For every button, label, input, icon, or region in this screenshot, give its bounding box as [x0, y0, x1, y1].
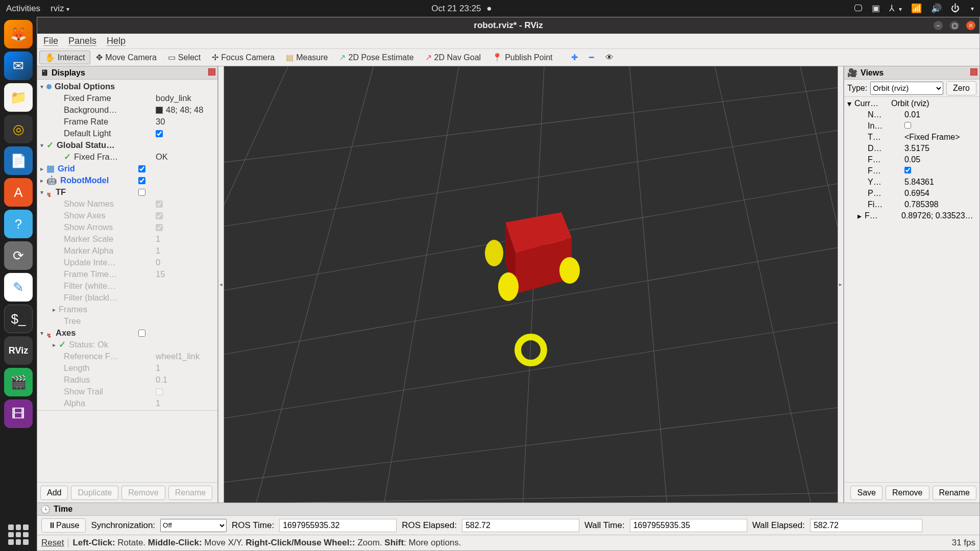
views-save-button[interactable]: Save	[850, 486, 882, 500]
tool-move-camera[interactable]: ✥Move Camera	[90, 51, 162, 64]
ros-elapsed-field[interactable]	[462, 519, 579, 532]
axes-icon	[46, 330, 53, 336]
svg-point-19	[498, 272, 519, 301]
tool-add-icon[interactable]: ✚	[566, 51, 583, 64]
pause-button[interactable]: ⏸Pause	[41, 518, 86, 533]
add-button[interactable]: Add	[40, 486, 68, 500]
launcher-gedit-icon[interactable]: ✎	[4, 273, 33, 302]
launcher-apps-grid-icon[interactable]	[8, 524, 29, 545]
indicator-camera-icon[interactable]: ▣	[872, 3, 880, 14]
splitter-left[interactable]: ◂	[218, 66, 224, 503]
sync-label: Synchronization:	[91, 520, 155, 531]
launcher-rviz-icon[interactable]: RViz	[4, 336, 33, 365]
clock-label[interactable]: Oct 21 23:25	[431, 4, 481, 13]
launcher-firefox-icon[interactable]: 🦊	[4, 20, 33, 48]
wall-elapsed-field[interactable]	[810, 519, 922, 532]
wall-time-label: Wall Time:	[584, 520, 625, 531]
monitor-icon: 🖥	[40, 68, 48, 78]
window-title: robot.rviz* - RViz	[474, 20, 543, 31]
origin-marker-icon	[514, 334, 547, 366]
indicator-volume-icon[interactable]: 🔊	[931, 3, 942, 14]
sync-select[interactable]: Off	[160, 519, 227, 532]
window-titlebar: robot.rviz* - RViz – ▢ ✕	[37, 17, 979, 34]
displays-tree[interactable]: ▾Global Options Fixed Framebody_link Bac…	[37, 80, 217, 411]
menu-file[interactable]: File	[43, 36, 58, 46]
svg-point-14	[485, 240, 503, 266]
time-panel-title[interactable]: 🕓 Time	[37, 503, 979, 516]
launcher-terminal-icon[interactable]: $_	[4, 305, 33, 333]
views-panel: 🎥 Views Type: Orbit (rviz) Zero ▾Curr…Or…	[844, 66, 979, 503]
ros-elapsed-label: ROS Elapsed:	[402, 520, 457, 531]
ros-time-field[interactable]	[279, 519, 397, 532]
svg-line-5	[224, 408, 838, 482]
time-panel: ⏸Pause Synchronization: Off ROS Time: RO…	[37, 516, 979, 535]
wall-time-field[interactable]	[630, 519, 747, 532]
tf-checkbox[interactable]	[138, 189, 145, 196]
displays-panel-title[interactable]: 🖥 Displays	[37, 66, 217, 80]
show-arrows-checkbox	[156, 224, 163, 231]
views-panel-title[interactable]: 🎥 Views	[844, 66, 979, 80]
launcher-libreoffice-icon[interactable]: 📄	[4, 146, 33, 175]
splitter-right[interactable]: ▸	[838, 66, 844, 503]
window-minimize-button[interactable]: –	[934, 21, 943, 30]
grid-checkbox[interactable]	[138, 165, 145, 172]
launcher-media2-icon[interactable]: 🎞	[4, 399, 33, 428]
tool-view-icon[interactable]: 👁	[600, 51, 619, 64]
app-menu[interactable]: rviz▾	[51, 4, 69, 14]
indicator-screen-icon[interactable]: 🖵	[854, 4, 863, 14]
grid-icon: ▦	[46, 164, 55, 173]
launcher-rhythmbox-icon[interactable]: ◎	[4, 115, 33, 143]
views-rename-button[interactable]: Rename	[933, 486, 976, 500]
tool-remove-icon[interactable]: ━	[583, 51, 600, 64]
check-ok-icon: ✓	[46, 140, 54, 150]
tool-select[interactable]: ▭Select	[162, 51, 206, 64]
views-remove-button[interactable]: Remove	[886, 486, 929, 500]
activities-button[interactable]: Activities	[6, 4, 40, 14]
arrow-pink-icon: ↗	[425, 53, 432, 62]
svg-line-0	[224, 88, 838, 162]
launcher-thunderbird-icon[interactable]: ✉	[4, 52, 33, 80]
show-trail-checkbox	[156, 388, 163, 395]
tool-focus-camera[interactable]: ✢Focus Camera	[206, 51, 280, 64]
tool-2d-pose-estimate[interactable]: ↗2D Pose Estimate	[333, 51, 419, 64]
tool-publish-point[interactable]: 📍Publish Point	[486, 51, 558, 64]
view-type-select[interactable]: Orbit (rviz)	[870, 82, 943, 95]
duplicate-button: Duplicate	[71, 486, 118, 500]
launcher-files-icon[interactable]: 📁	[4, 83, 33, 112]
tool-measure[interactable]: ▤Measure	[280, 51, 333, 64]
indicator-wifi-icon[interactable]: 📶	[911, 3, 922, 14]
tool-2d-nav-goal[interactable]: ↗2D Nav Goal	[420, 51, 487, 64]
chevron-down-icon[interactable]: ▾	[971, 5, 974, 12]
camera-icon: 🎥	[847, 68, 857, 78]
menu-panels[interactable]: Panels	[68, 36, 96, 46]
svg-line-13	[800, 66, 838, 227]
window-maximize-button[interactable]: ▢	[950, 21, 959, 30]
3d-viewport[interactable]	[224, 66, 838, 503]
window-close-button[interactable]: ✕	[966, 21, 975, 30]
show-axes-checkbox	[156, 212, 163, 219]
launcher-software-icon[interactable]: A	[4, 178, 33, 207]
indicator-power-icon[interactable]: ⏻	[951, 4, 960, 14]
reset-button[interactable]: Reset	[41, 538, 64, 548]
fps-label: 31 fps	[952, 538, 975, 548]
axes-checkbox[interactable]	[138, 330, 145, 337]
show-names-checkbox	[156, 201, 163, 208]
zero-button[interactable]: Zero	[946, 81, 976, 95]
launcher-updates-icon[interactable]: ⟳	[4, 241, 33, 270]
views-tree[interactable]: ▾Curr…Orbit (rviz) N…0.01 In… T…<Fixed F…	[844, 97, 979, 482]
launcher-media-icon[interactable]: 🎬	[4, 368, 33, 396]
color-swatch[interactable]	[156, 107, 163, 114]
focal-f-checkbox[interactable]	[904, 167, 911, 173]
robotmodel-checkbox[interactable]	[138, 177, 145, 184]
launcher-help-icon[interactable]: ?	[4, 210, 33, 238]
panel-close-icon[interactable]	[208, 68, 215, 76]
wall-elapsed-label: Wall Elapsed:	[752, 520, 805, 531]
svg-line-9	[384, 66, 459, 503]
launcher-dock: 🦊 ✉ 📁 ◎ 📄 A ? ⟳ ✎ $_ RViz 🎬 🎞	[0, 17, 37, 551]
indicator-a11y-icon[interactable]: ⅄ ▾	[889, 3, 902, 14]
tool-interact[interactable]: ✋Interact	[39, 51, 90, 64]
panel-close-icon[interactable]	[970, 68, 977, 76]
default-light-checkbox[interactable]	[156, 130, 163, 137]
invert-checkbox[interactable]	[904, 122, 911, 129]
menu-help[interactable]: Help	[107, 36, 126, 46]
